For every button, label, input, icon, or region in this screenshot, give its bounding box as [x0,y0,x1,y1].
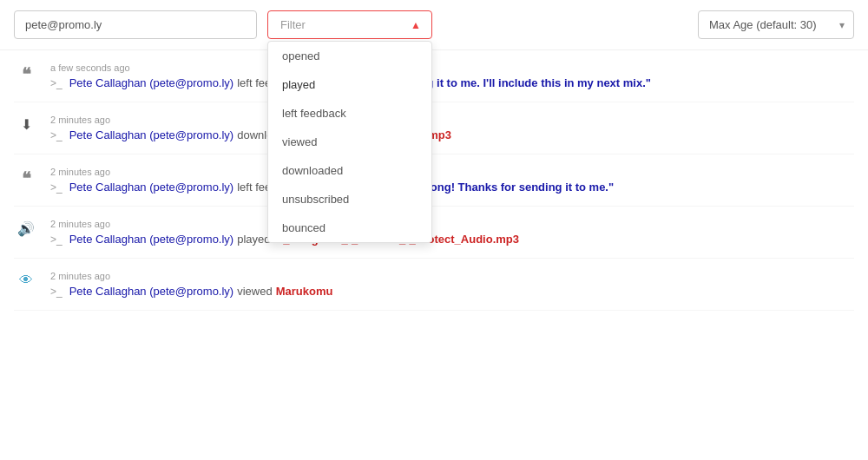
feed-action-4: >_ Pete Callaghan (pete@promo.ly) played… [50,233,854,246]
search-input[interactable] [14,10,257,39]
feed-action-1: >_ Pete Callaghan (pete@promo.ly) left f… [50,76,854,89]
actor-link-4[interactable]: Pete Callaghan (pete@promo.ly) [69,233,234,246]
feed-icon-quote-3: ❝ [14,167,38,189]
feed-time-1: a few seconds ago [50,62,854,73]
feed-time-3: 2 minutes ago [50,167,854,177]
actor-link-2[interactable]: Pete Callaghan (pete@promo.ly) [69,128,234,141]
feed-icon-speaker-4: 🔊 [14,219,38,237]
action-text-4: played [237,233,270,246]
actor-link-5[interactable]: Pete Callaghan (pete@promo.ly) [69,285,234,298]
dropdown-item-viewed[interactable]: viewed [268,128,431,156]
feed-time-2: 2 minutes ago [50,115,854,125]
actor-link-1[interactable]: Pete Callaghan (pete@promo.ly) [69,76,234,89]
feed-container: ❝ a few seconds ago >_ Pete Callaghan (p… [0,50,868,311]
feed-item-1: ❝ a few seconds ago >_ Pete Callaghan (p… [14,50,854,102]
feed-item-4: 🔊 2 minutes ago >_ Pete Callaghan (pete@… [14,207,854,259]
download-icon: ⬇ [21,116,32,133]
feed-time-5: 2 minutes ago [50,271,854,281]
dropdown-item-unsubscribed[interactable]: unsubscribed [268,185,431,214]
feed-action-3: >_ Pete Callaghan (pete@promo.ly) left f… [50,181,854,194]
feed-item-5: 👁 2 minutes ago >_ Pete Callaghan (pete@… [14,259,854,311]
feed-content-5: 2 minutes ago >_ Pete Callaghan (pete@pr… [50,271,854,298]
speaker-icon: 🔊 [17,220,35,237]
max-age-label: Max Age (default: 30) [709,18,817,31]
feed-item-3: ❝ 2 minutes ago >_ Pete Callaghan (pete@… [14,154,854,207]
feed-content-2: 2 minutes ago >_ Pete Callaghan (pete@pr… [50,115,854,141]
dropdown-item-bounced[interactable]: bounced [268,214,431,242]
action-text-5: viewed [237,285,272,298]
dropdown-item-left-feedback[interactable]: left feedback [268,99,431,128]
filter-dropdown-button[interactable]: Filter ▲ [267,10,432,39]
top-bar: Filter ▲ opened played left feedback vie… [0,0,868,50]
eye-icon: 👁 [19,273,33,288]
feed-item-2: ⬇ 2 minutes ago >_ Pete Callaghan (pete@… [14,102,854,154]
max-age-button[interactable]: Max Age (default: 30) ▾ [698,10,854,39]
quote-icon: ❝ [22,64,31,85]
feed-content-4: 2 minutes ago >_ Pete Callaghan (pete@pr… [50,219,854,246]
feed-content-3: 2 minutes ago >_ Pete Callaghan (pete@pr… [50,167,854,194]
filter-dropdown-wrapper: Filter ▲ opened played left feedback vie… [267,10,432,39]
quote-icon-3: ❝ [22,168,31,189]
filter-chevron-icon: ▲ [411,19,421,31]
expand-icon-5[interactable]: >_ [50,286,62,298]
feed-action-5: >_ Pete Callaghan (pete@promo.ly) viewed… [50,285,854,298]
dropdown-item-played[interactable]: played [268,70,431,99]
actor-link-3[interactable]: Pete Callaghan (pete@promo.ly) [69,181,234,194]
target-link-5[interactable]: Marukomu [276,285,333,298]
expand-icon-2[interactable]: >_ [50,129,62,141]
feed-action-2: >_ Pete Callaghan (pete@promo.ly) downlo… [50,128,854,141]
feed-time-4: 2 minutes ago [50,219,854,229]
max-age-chevron-icon: ▾ [839,19,845,31]
feed-icon-eye-5: 👁 [14,271,38,288]
expand-icon-3[interactable]: >_ [50,181,62,194]
filter-dropdown-menu: opened played left feedback viewed downl… [267,41,432,243]
expand-icon-4[interactable]: >_ [50,233,62,246]
filter-label: Filter [280,18,306,31]
feed-content-1: a few seconds ago >_ Pete Callaghan (pet… [50,62,854,89]
feed-icon-quote-1: ❝ [14,62,38,85]
feed-icon-download-2: ⬇ [14,115,38,133]
dropdown-item-downloaded[interactable]: downloaded [268,156,431,185]
dropdown-item-opened[interactable]: opened [268,42,431,70]
expand-icon-1[interactable]: >_ [50,77,62,89]
